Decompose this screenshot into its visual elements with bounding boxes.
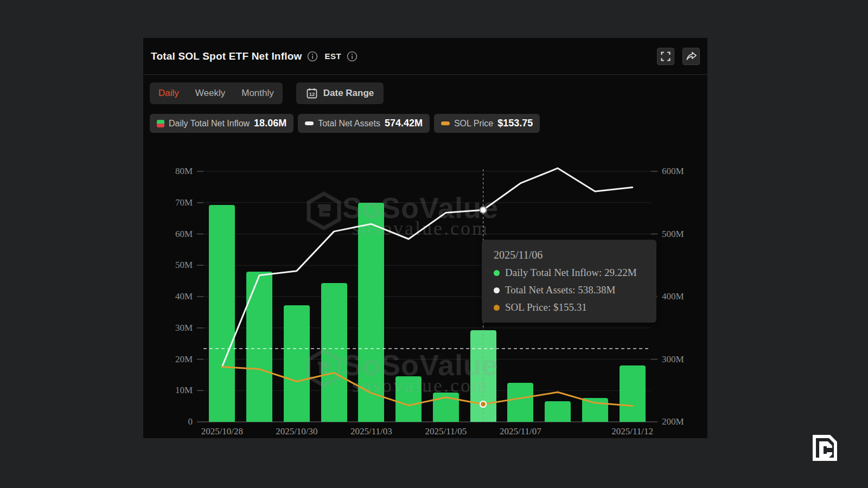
tooltip-row-text: Total Net Assets: 538.38M [505, 284, 615, 296]
chart-tooltip: 2025/11/06 Daily Total Net Inflow: 29.22… [482, 240, 656, 323]
tooltip-row-text: Daily Total Net Inflow: 29.22M [505, 267, 637, 279]
chart-lines [143, 38, 707, 438]
tooltip-row: Daily Total Net Inflow: 29.22M [494, 267, 644, 279]
sosovalue-logo [807, 431, 841, 465]
tooltip-row-text: SOL Price: $155.31 [505, 301, 587, 313]
chart-area: SoSoValue sosovalue.com SoSoValue sosova… [143, 38, 707, 438]
chart-panel: Total SOL Spot ETF Net Inflow EST DailyW… [143, 38, 707, 438]
page-background: Total SOL Spot ETF Net Inflow EST DailyW… [0, 0, 868, 488]
tooltip-row: Total Net Assets: 538.38M [494, 284, 644, 296]
tooltip-series-dot-icon [494, 287, 500, 293]
tooltip-series-dot-icon [494, 305, 500, 311]
tooltip-row: SOL Price: $155.31 [494, 301, 644, 313]
tooltip-date: 2025/11/06 [494, 249, 644, 261]
tooltip-series-dot-icon [494, 270, 500, 276]
